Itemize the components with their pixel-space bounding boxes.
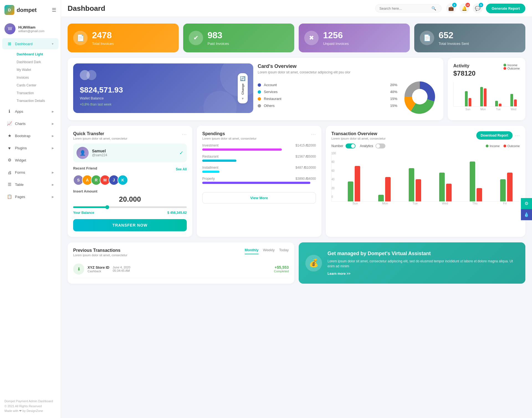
person-name: Samuel — [92, 149, 107, 153]
stat-icon-paid: ✔ — [189, 31, 203, 45]
toggle-knob-analytics — [376, 144, 380, 148]
dashboard-content: 📄 2478 Total Invoices ✔ 983 Paid Invoice… — [61, 17, 532, 296]
floating-water-button[interactable]: 💧 — [521, 209, 532, 220]
change-button[interactable]: 🔄 Change ▼ — [238, 73, 248, 103]
sidebar-item-apps[interactable]: ℹ Apps ▶ — [2, 106, 58, 117]
tab-weekly[interactable]: Weekly — [263, 248, 275, 254]
spending-amounts-installment: $487 /$10000 — [296, 166, 316, 170]
sidebar-item-pages[interactable]: 📋 Pages ▶ — [2, 191, 58, 202]
generate-report-button[interactable]: Generate Report — [486, 4, 525, 13]
sidebar-sub-item-transaction[interactable]: Transaction — [12, 89, 61, 97]
wallet-icon-btn[interactable]: 💼 2 — [446, 3, 456, 13]
sidebar-sub-item-dark[interactable]: Dashboard Dark — [12, 58, 61, 66]
va-content: Get managed by Dompet's Virtual Assistan… — [328, 251, 519, 276]
legend-outcome: Outcome — [503, 144, 520, 148]
legend-income: Income — [486, 144, 500, 148]
activity-x-labels: Sun Mon Tue Wed — [453, 108, 520, 111]
chat-icon-btn[interactable]: 💬 5 — [473, 3, 483, 13]
sidebar-item-forms[interactable]: 🖨 Forms ▶ — [2, 167, 58, 178]
tx-info: XYZ Store ID Cashback — [88, 265, 109, 273]
sidebar-sub-item-transaction-details[interactable]: Transaction Details — [12, 97, 61, 105]
tab-monthly[interactable]: Monthly — [245, 248, 259, 254]
bell-icon-btn[interactable]: 🔔 12 — [459, 3, 469, 13]
sidebar-item-dashboard[interactable]: ⊞ Dashboard ▼ — [2, 38, 58, 49]
sidebar-item-widget[interactable]: ⚙ Widget — [2, 155, 58, 166]
search-bar[interactable]: 🔍 — [375, 4, 442, 12]
more-options-icon[interactable]: ⋯ — [182, 131, 187, 137]
chevron-down-icon: ▼ — [241, 97, 244, 101]
chart-legend: Income Outcome — [486, 144, 520, 148]
sidebar-sub-item-cards[interactable]: Cards Center — [12, 81, 61, 89]
large-outcome-bar — [477, 188, 482, 201]
sidebar-item-label: Apps — [15, 109, 49, 114]
sidebar-item-plugins[interactable]: ♥ Plugins ▶ — [2, 142, 58, 153]
chevron-right-icon: ▶ — [52, 171, 54, 174]
tx-name: XYZ Store ID — [88, 265, 109, 270]
cards-overview-title: Card's Overview — [258, 63, 438, 69]
stat-info-total: 2478 Total Invoices — [92, 30, 114, 46]
tab-today[interactable]: Today — [279, 248, 289, 254]
tx-sub: Cashback — [88, 270, 109, 273]
chevron-right-icon: ▶ — [52, 183, 54, 186]
amount-slider[interactable] — [73, 206, 187, 208]
search-input[interactable] — [379, 6, 429, 11]
stat-info-sent: 652 Total Invoices Sent — [439, 30, 469, 46]
toggle-analytics: Analytics — [360, 143, 385, 148]
sidebar-item-table[interactable]: ☰ Table ▶ — [2, 179, 58, 190]
sidebar-sub-item-light[interactable]: Dashboard Light — [12, 50, 61, 58]
sidebar-user: W Hi,William william@gmail.com — [0, 20, 61, 38]
stat-card-total-invoices: 📄 2478 Total Invoices — [68, 24, 179, 52]
floating-settings-button[interactable]: ⚙ — [521, 198, 532, 209]
tx-overview-more-icon[interactable]: ⋯ — [515, 132, 520, 139]
friend-avatar-6[interactable]: K — [117, 175, 128, 185]
stat-label-total: Total Invoices — [92, 42, 114, 46]
refresh-icon: 🔄 — [240, 76, 245, 81]
sidebar: D dompet ☰ W Hi,William william@gmail.co… — [0, 0, 61, 418]
bar-group-wed — [507, 94, 520, 106]
spending-label-row-property: Property $3890 /$4000 — [202, 177, 316, 181]
legend-item-income: Income — [503, 63, 520, 67]
user-info: Hi,William william@gmail.com — [18, 25, 44, 33]
footer-year: © 2021 All Rights Reserved — [4, 404, 56, 409]
sidebar-item-label: Widget — [15, 158, 54, 162]
y-axis-labels: 100 80 60 40 20 0 — [331, 152, 339, 198]
view-more-button[interactable]: View More — [202, 192, 316, 204]
large-bar-group-mon — [371, 177, 398, 201]
transfer-now-button[interactable]: TRANSFER NOW — [73, 219, 187, 231]
overview-row-others: Others 15% — [258, 104, 397, 108]
sidebar-item-charts[interactable]: 📈 Charts ▶ — [2, 118, 58, 129]
toggle-number-switch[interactable] — [346, 143, 355, 148]
toggle-number-label: Number — [331, 144, 343, 148]
sidebar-sub-item-wallet[interactable]: My Wallet — [12, 66, 61, 74]
large-outcome-bar — [446, 184, 452, 201]
overview-label-restaurant: Restaurant — [264, 97, 387, 101]
spending-bar-restaurant — [202, 160, 236, 162]
bottom-three-col: Quick Transfer Lorem ipsum dolor sit ame… — [68, 126, 525, 237]
stat-number-unpaid: 1256 — [323, 30, 349, 40]
overview-pct-account: 20% — [390, 83, 397, 87]
sidebar-sub-dashboard: Dashboard Light Dashboard Dark My Wallet… — [0, 50, 61, 105]
previous-transactions-card: Previous Transactions Lorem ipsum dolor … — [68, 242, 294, 284]
toggle-analytics-switch[interactable] — [375, 143, 385, 148]
legend-label-outcome: Outcome — [507, 67, 520, 70]
x-label-sun: Sun — [462, 108, 474, 111]
spending-row-installment: Installment $487 /$10000 — [202, 166, 316, 173]
overview-label-others: Others — [264, 104, 387, 108]
bell-badge: 12 — [466, 3, 470, 7]
sidebar-item-bootstrap[interactable]: ★ Bootstrap ▶ — [2, 130, 58, 141]
chevron-right-icon: ▶ — [52, 122, 54, 125]
hamburger-icon[interactable]: ☰ — [52, 7, 56, 13]
see-all-link[interactable]: See All — [176, 167, 187, 171]
spendings-more-icon[interactable]: ⋯ — [311, 131, 316, 137]
floating-buttons: ⚙ 💧 — [521, 198, 532, 220]
prev-tx-title-wrap: Previous Transactions Lorem ipsum dolor … — [73, 248, 127, 257]
search-icon: 🔍 — [431, 6, 436, 11]
download-report-button[interactable]: Download Report — [476, 131, 513, 140]
activity-amount: $78120 — [453, 70, 475, 77]
va-learn-more-link[interactable]: Learn more >> — [328, 272, 351, 276]
sidebar-sub-item-invoices[interactable]: Invoices — [12, 74, 61, 81]
tx-overview-actions: Download Report ⋯ — [476, 131, 520, 140]
avatar: W — [4, 23, 16, 34]
chat-badge: 5 — [479, 3, 483, 7]
x-label-sun: Sun — [340, 202, 370, 205]
